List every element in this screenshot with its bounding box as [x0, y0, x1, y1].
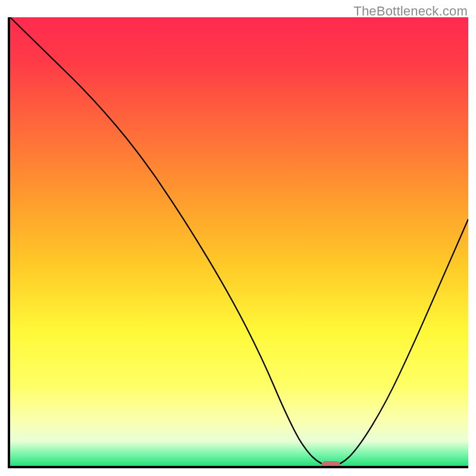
plot-area	[10, 17, 468, 466]
bottleneck-curve	[10, 17, 468, 466]
optimal-point-marker	[321, 461, 340, 466]
x-axis	[8, 466, 468, 468]
watermark-text: TheBottleneck.com	[353, 4, 468, 19]
y-axis	[8, 17, 10, 467]
